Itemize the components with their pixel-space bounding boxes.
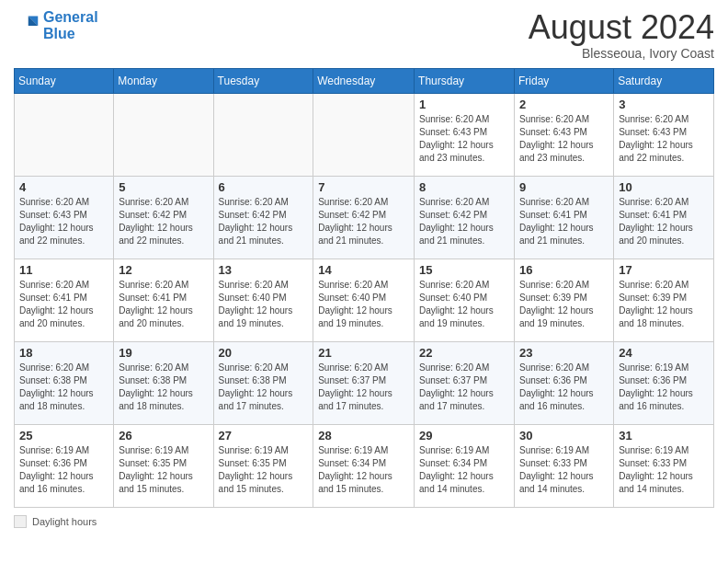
day-number: 14 <box>318 263 409 277</box>
table-row: 24Sunrise: 6:19 AM Sunset: 6:36 PM Dayli… <box>614 341 714 424</box>
table-row: 5Sunrise: 6:20 AM Sunset: 6:42 PM Daylig… <box>114 176 213 259</box>
table-row: 15Sunrise: 6:20 AM Sunset: 6:40 PM Dayli… <box>415 259 515 341</box>
day-info: Sunrise: 6:20 AM Sunset: 6:38 PM Dayligh… <box>219 362 309 413</box>
table-row: 21Sunrise: 6:20 AM Sunset: 6:37 PM Dayli… <box>313 341 415 424</box>
day-number: 8 <box>419 180 509 194</box>
day-info: Sunrise: 6:20 AM Sunset: 6:40 PM Dayligh… <box>318 279 409 330</box>
day-info: Sunrise: 6:20 AM Sunset: 6:42 PM Dayligh… <box>318 196 409 247</box>
day-info: Sunrise: 6:19 AM Sunset: 6:34 PM Dayligh… <box>419 444 509 496</box>
table-row: 25Sunrise: 6:19 AM Sunset: 6:36 PM Dayli… <box>15 424 114 507</box>
table-row: 29Sunrise: 6:19 AM Sunset: 6:34 PM Dayli… <box>415 424 515 507</box>
day-number: 23 <box>519 346 609 360</box>
table-row <box>313 93 415 176</box>
table-row: 10Sunrise: 6:20 AM Sunset: 6:41 PM Dayli… <box>614 176 714 259</box>
day-number: 17 <box>619 263 709 277</box>
month-year: August 2024 <box>529 9 714 46</box>
table-row: 9Sunrise: 6:20 AM Sunset: 6:41 PM Daylig… <box>514 176 613 259</box>
title-block: August 2024 Blesseoua, Ivory Coast <box>529 9 714 61</box>
day-info: Sunrise: 6:20 AM Sunset: 6:39 PM Dayligh… <box>519 279 609 330</box>
daylight-legend: Daylight hours <box>14 515 97 528</box>
day-number: 18 <box>19 346 108 360</box>
day-info: Sunrise: 6:20 AM Sunset: 6:42 PM Dayligh… <box>119 196 208 247</box>
day-info: Sunrise: 6:20 AM Sunset: 6:41 PM Dayligh… <box>119 279 208 330</box>
day-number: 9 <box>519 180 609 194</box>
table-row: 28Sunrise: 6:19 AM Sunset: 6:34 PM Dayli… <box>313 424 415 507</box>
day-info: Sunrise: 6:19 AM Sunset: 6:35 PM Dayligh… <box>219 444 309 496</box>
day-number: 2 <box>519 98 609 111</box>
logo-text: General Blue <box>43 9 98 41</box>
day-info: Sunrise: 6:20 AM Sunset: 6:41 PM Dayligh… <box>519 196 609 247</box>
day-info: Sunrise: 6:19 AM Sunset: 6:36 PM Dayligh… <box>619 362 709 413</box>
day-info: Sunrise: 6:20 AM Sunset: 6:38 PM Dayligh… <box>119 362 208 413</box>
calendar-table: SundayMondayTuesdayWednesdayThursdayFrid… <box>14 68 714 508</box>
day-info: Sunrise: 6:20 AM Sunset: 6:42 PM Dayligh… <box>219 196 309 247</box>
day-info: Sunrise: 6:20 AM Sunset: 6:37 PM Dayligh… <box>318 362 409 413</box>
day-number: 1 <box>419 98 509 111</box>
day-info: Sunrise: 6:19 AM Sunset: 6:36 PM Dayligh… <box>19 444 108 496</box>
day-number: 30 <box>519 429 609 442</box>
day-info: Sunrise: 6:20 AM Sunset: 6:43 PM Dayligh… <box>519 113 609 165</box>
day-info: Sunrise: 6:19 AM Sunset: 6:35 PM Dayligh… <box>119 444 208 496</box>
logo-icon <box>14 13 40 39</box>
day-number: 13 <box>219 263 309 277</box>
page-header: General Blue August 2024 Blesseoua, Ivor… <box>14 9 714 61</box>
day-info: Sunrise: 6:19 AM Sunset: 6:34 PM Dayligh… <box>318 444 409 496</box>
day-info: Sunrise: 6:20 AM Sunset: 6:41 PM Dayligh… <box>19 279 108 330</box>
day-number: 24 <box>619 346 709 360</box>
daylight-label: Daylight hours <box>32 516 97 527</box>
calendar-week-row: 11Sunrise: 6:20 AM Sunset: 6:41 PM Dayli… <box>15 259 714 341</box>
day-number: 22 <box>419 346 509 360</box>
calendar-day-header: Friday <box>514 68 613 93</box>
day-number: 6 <box>219 180 309 194</box>
day-info: Sunrise: 6:20 AM Sunset: 6:36 PM Dayligh… <box>519 362 609 413</box>
table-row: 17Sunrise: 6:20 AM Sunset: 6:39 PM Dayli… <box>614 259 714 341</box>
logo: General Blue <box>14 9 98 41</box>
day-info: Sunrise: 6:20 AM Sunset: 6:42 PM Dayligh… <box>419 196 509 247</box>
calendar-day-header: Wednesday <box>313 68 415 93</box>
table-row: 16Sunrise: 6:20 AM Sunset: 6:39 PM Dayli… <box>514 259 613 341</box>
day-number: 20 <box>219 346 309 360</box>
table-row: 27Sunrise: 6:19 AM Sunset: 6:35 PM Dayli… <box>213 424 313 507</box>
calendar-week-row: 25Sunrise: 6:19 AM Sunset: 6:36 PM Dayli… <box>15 424 714 507</box>
location: Blesseoua, Ivory Coast <box>529 46 714 61</box>
day-number: 15 <box>419 263 509 277</box>
day-info: Sunrise: 6:20 AM Sunset: 6:39 PM Dayligh… <box>619 279 709 330</box>
table-row: 3Sunrise: 6:20 AM Sunset: 6:43 PM Daylig… <box>614 93 714 176</box>
table-row: 20Sunrise: 6:20 AM Sunset: 6:38 PM Dayli… <box>213 341 313 424</box>
table-row: 22Sunrise: 6:20 AM Sunset: 6:37 PM Dayli… <box>415 341 515 424</box>
day-info: Sunrise: 6:20 AM Sunset: 6:43 PM Dayligh… <box>419 113 509 165</box>
day-info: Sunrise: 6:20 AM Sunset: 6:38 PM Dayligh… <box>19 362 108 413</box>
calendar-day-header: Monday <box>114 68 213 93</box>
table-row: 23Sunrise: 6:20 AM Sunset: 6:36 PM Dayli… <box>514 341 613 424</box>
day-number: 26 <box>119 429 208 442</box>
day-number: 16 <box>519 263 609 277</box>
day-number: 31 <box>619 429 709 442</box>
day-info: Sunrise: 6:20 AM Sunset: 6:43 PM Dayligh… <box>619 113 709 165</box>
day-number: 5 <box>119 180 208 194</box>
table-row: 12Sunrise: 6:20 AM Sunset: 6:41 PM Dayli… <box>114 259 213 341</box>
day-number: 7 <box>318 180 409 194</box>
calendar-header-row: SundayMondayTuesdayWednesdayThursdayFrid… <box>15 68 714 93</box>
table-row: 6Sunrise: 6:20 AM Sunset: 6:42 PM Daylig… <box>213 176 313 259</box>
table-row: 11Sunrise: 6:20 AM Sunset: 6:41 PM Dayli… <box>15 259 114 341</box>
table-row: 2Sunrise: 6:20 AM Sunset: 6:43 PM Daylig… <box>514 93 613 176</box>
table-row: 31Sunrise: 6:19 AM Sunset: 6:33 PM Dayli… <box>614 424 714 507</box>
day-number: 10 <box>619 180 709 194</box>
day-info: Sunrise: 6:19 AM Sunset: 6:33 PM Dayligh… <box>519 444 609 496</box>
calendar-week-row: 1Sunrise: 6:20 AM Sunset: 6:43 PM Daylig… <box>15 93 714 176</box>
table-row: 1Sunrise: 6:20 AM Sunset: 6:43 PM Daylig… <box>415 93 515 176</box>
day-info: Sunrise: 6:20 AM Sunset: 6:43 PM Dayligh… <box>19 196 108 247</box>
day-number: 28 <box>318 429 409 442</box>
day-number: 3 <box>619 98 709 111</box>
table-row: 14Sunrise: 6:20 AM Sunset: 6:40 PM Dayli… <box>313 259 415 341</box>
calendar-week-row: 4Sunrise: 6:20 AM Sunset: 6:43 PM Daylig… <box>15 176 714 259</box>
day-info: Sunrise: 6:20 AM Sunset: 6:41 PM Dayligh… <box>619 196 709 247</box>
table-row: 8Sunrise: 6:20 AM Sunset: 6:42 PM Daylig… <box>415 176 515 259</box>
calendar-week-row: 18Sunrise: 6:20 AM Sunset: 6:38 PM Dayli… <box>15 341 714 424</box>
day-number: 12 <box>119 263 208 277</box>
table-row <box>15 93 114 176</box>
day-number: 4 <box>19 180 108 194</box>
calendar-day-header: Sunday <box>15 68 114 93</box>
table-row: 18Sunrise: 6:20 AM Sunset: 6:38 PM Dayli… <box>15 341 114 424</box>
table-row: 4Sunrise: 6:20 AM Sunset: 6:43 PM Daylig… <box>15 176 114 259</box>
